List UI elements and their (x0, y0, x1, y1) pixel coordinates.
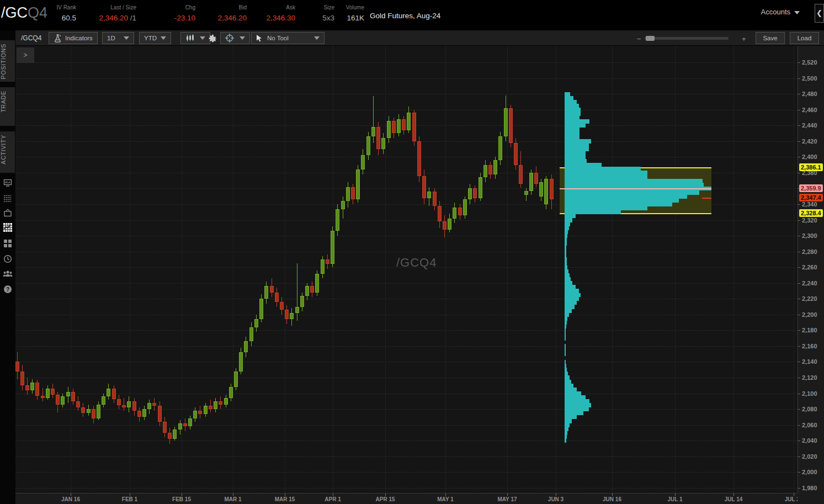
price-axis[interactable]: 2,5202,5002,4802,4602,4402,4202,4002,380… (798, 46, 824, 493)
candle[interactable] (483, 165, 487, 178)
chart-settings-button[interactable] (206, 32, 220, 44)
candle[interactable] (422, 176, 426, 198)
candle[interactable] (168, 433, 172, 439)
candle[interactable] (244, 341, 248, 352)
candle[interactable] (92, 409, 95, 418)
candle[interactable] (453, 208, 456, 219)
collapse-panel-button[interactable]: ❮ (815, 4, 824, 23)
zoom-out-button[interactable]: − (637, 35, 641, 43)
candle[interactable] (366, 136, 370, 155)
watchlist-icon[interactable] (0, 192, 15, 205)
crosshair-dropdown[interactable] (220, 32, 250, 44)
candle[interactable] (259, 299, 263, 319)
candle[interactable] (356, 169, 360, 199)
candle[interactable] (550, 179, 554, 199)
candle[interactable] (61, 396, 65, 404)
candle[interactable] (392, 121, 396, 134)
candle[interactable] (529, 173, 533, 191)
candle[interactable] (142, 409, 146, 417)
candle[interactable] (509, 108, 513, 143)
candle[interactable] (137, 411, 141, 417)
candle[interactable] (264, 286, 268, 299)
candle[interactable] (417, 141, 421, 176)
candle[interactable] (514, 143, 518, 165)
candle[interactable] (463, 199, 467, 215)
candle[interactable] (30, 383, 34, 390)
candle[interactable] (331, 231, 334, 264)
candle[interactable] (295, 307, 299, 313)
candle[interactable] (209, 406, 212, 409)
help-icon[interactable]: ? (0, 283, 15, 296)
candle[interactable] (433, 192, 437, 206)
zoom-slider[interactable] (645, 37, 729, 40)
accounts-dropdown[interactable]: Accounts (761, 8, 800, 16)
candle[interactable] (239, 352, 243, 371)
candle[interactable] (448, 219, 451, 230)
candle[interactable] (285, 310, 289, 319)
candle[interactable] (270, 286, 274, 292)
drawing-tool-dropdown[interactable]: No Tool (251, 32, 325, 44)
candle[interactable] (71, 392, 75, 401)
candle[interactable] (468, 188, 472, 199)
candle[interactable] (524, 191, 528, 195)
candle[interactable] (15, 362, 19, 371)
candle[interactable] (81, 407, 85, 413)
candle[interactable] (387, 121, 391, 138)
community-icon[interactable] (0, 267, 15, 280)
candle[interactable] (102, 396, 105, 404)
candle[interactable] (117, 399, 121, 405)
candle[interactable] (504, 108, 508, 136)
candle[interactable] (326, 259, 329, 264)
candle[interactable] (275, 293, 279, 302)
candle[interactable] (305, 286, 309, 295)
candle[interactable] (402, 119, 406, 130)
chart-plot[interactable]: > /GCQ4 (15, 46, 798, 493)
candle[interactable] (412, 113, 416, 141)
candle[interactable] (310, 286, 314, 292)
candle[interactable] (35, 383, 39, 396)
tv-icon[interactable] (0, 206, 15, 220)
candle[interactable] (51, 389, 55, 395)
candle[interactable] (397, 119, 401, 134)
candle[interactable] (214, 401, 217, 409)
candle[interactable] (173, 429, 177, 439)
quote-board-icon[interactable] (0, 176, 15, 189)
candle[interactable] (20, 372, 24, 386)
candle[interactable] (438, 206, 442, 222)
candle[interactable] (280, 302, 284, 310)
candle[interactable] (224, 398, 228, 404)
candle[interactable] (229, 387, 233, 398)
candle[interactable] (544, 179, 548, 204)
candle[interactable] (56, 395, 60, 404)
candle[interactable] (112, 389, 116, 399)
save-button[interactable]: Save (756, 32, 785, 44)
candle[interactable] (498, 136, 502, 160)
zoom-slider-handle[interactable] (646, 36, 655, 41)
candle[interactable] (234, 372, 238, 388)
candle[interactable] (443, 221, 446, 229)
candle[interactable] (427, 192, 431, 198)
candle[interactable] (371, 127, 375, 136)
candle[interactable] (290, 313, 294, 319)
candle[interactable] (193, 411, 197, 418)
candle[interactable] (178, 423, 182, 429)
candle[interactable] (198, 411, 202, 414)
candle[interactable] (46, 389, 50, 398)
candle[interactable] (249, 327, 253, 342)
candle[interactable] (254, 319, 258, 327)
candle[interactable] (127, 401, 131, 407)
candle[interactable] (479, 177, 482, 198)
range-dropdown[interactable]: YTD (139, 32, 171, 44)
sidebar-tab-positions[interactable]: POSITIONS (0, 40, 15, 82)
candle[interactable] (341, 201, 345, 209)
candle[interactable] (376, 127, 380, 149)
sidebar-expand-button[interactable]: > (17, 47, 34, 63)
candle[interactable] (381, 138, 385, 149)
candle[interactable] (87, 409, 91, 413)
candle[interactable] (488, 165, 492, 174)
chart-grid-icon[interactable] (0, 221, 15, 234)
sidebar-tab-trade[interactable]: TRADE (0, 87, 15, 126)
candle[interactable] (66, 392, 70, 397)
timeframe-dropdown[interactable]: 1D (102, 32, 134, 44)
candle[interactable] (493, 160, 497, 174)
